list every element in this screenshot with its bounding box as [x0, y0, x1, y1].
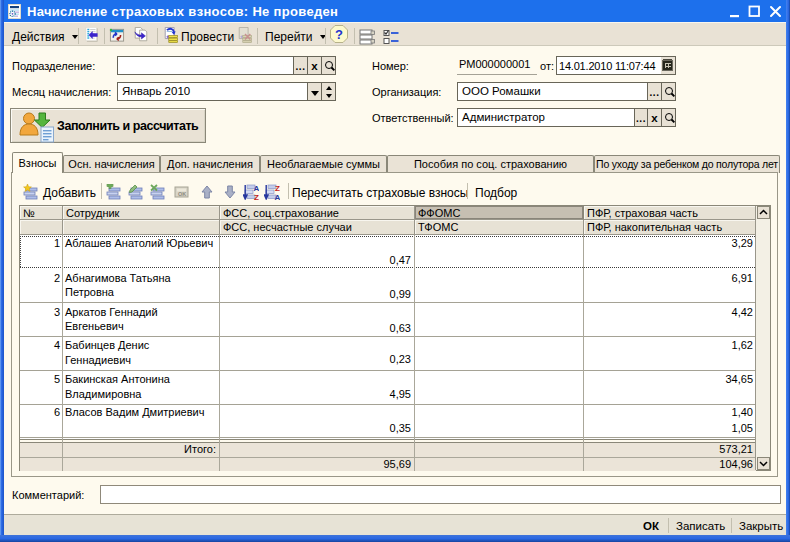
- svg-text:Z: Z: [254, 193, 259, 200]
- svg-text:Z: Z: [275, 184, 280, 193]
- svg-text:А: А: [254, 184, 259, 193]
- svg-text:OK: OK: [178, 191, 186, 197]
- svg-text:А: А: [275, 193, 280, 200]
- svg-text:?: ?: [335, 27, 343, 42]
